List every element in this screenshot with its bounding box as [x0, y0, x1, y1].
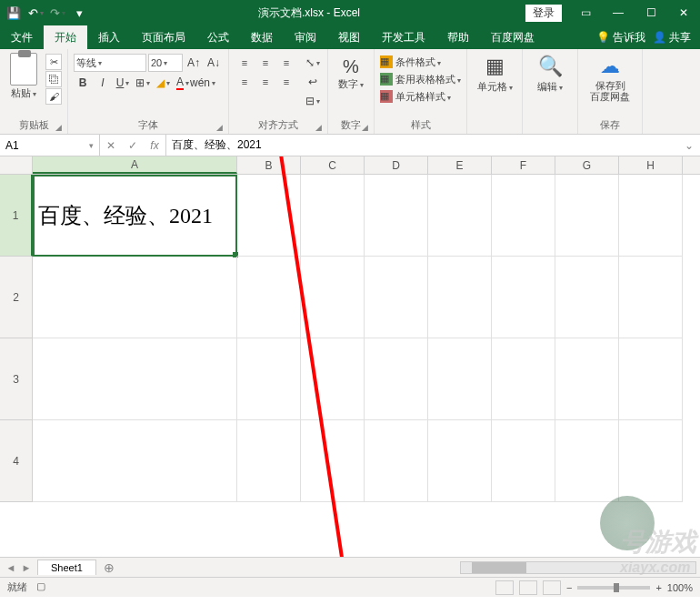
wrap-text-button[interactable]: ↩	[304, 73, 322, 91]
cell[interactable]	[492, 338, 555, 420]
qat-customize-icon[interactable]: ▾	[69, 3, 89, 23]
ribbon-options-icon[interactable]: ▭	[569, 0, 602, 25]
zoom-out-button[interactable]: −	[566, 582, 572, 593]
align-left-button[interactable]: ≡	[235, 73, 255, 91]
align-center-button[interactable]: ≡	[255, 73, 275, 91]
font-color-button[interactable]: A	[174, 74, 192, 92]
underline-button[interactable]: U	[114, 74, 132, 92]
tab-baidu[interactable]: 百度网盘	[480, 25, 545, 49]
cell[interactable]	[301, 338, 365, 420]
add-sheet-button[interactable]: ⊕	[96, 560, 122, 575]
normal-view-button[interactable]	[495, 580, 514, 595]
tab-layout[interactable]: 页面布局	[131, 25, 196, 49]
border-button[interactable]: ⊞	[134, 74, 152, 92]
cell[interactable]	[365, 420, 428, 502]
cell[interactable]	[237, 338, 301, 420]
cell[interactable]	[237, 257, 301, 338]
tab-formula[interactable]: 公式	[196, 25, 240, 49]
fill-color-button[interactable]: ◢	[154, 74, 172, 92]
cell[interactable]	[619, 420, 683, 502]
bold-button[interactable]: B	[74, 74, 92, 92]
cell[interactable]	[555, 420, 619, 502]
column-header-D[interactable]: D	[365, 156, 428, 174]
font-size-select[interactable]: 20	[148, 54, 183, 72]
name-box[interactable]: A1▾	[0, 135, 100, 156]
cell[interactable]	[555, 175, 619, 257]
cut-button[interactable]: ✂	[45, 54, 62, 70]
phonetic-button[interactable]: wén	[194, 74, 212, 92]
cancel-formula-button[interactable]: ✕	[100, 135, 122, 156]
cell[interactable]	[365, 257, 428, 338]
tab-view[interactable]: 视图	[327, 25, 371, 49]
zoom-in-button[interactable]: +	[655, 582, 661, 593]
tab-home[interactable]: 开始	[44, 25, 87, 49]
macro-record-icon[interactable]: ▢	[36, 580, 45, 594]
font-launcher-icon[interactable]: ◢	[216, 123, 223, 132]
row-header-1[interactable]: 1	[0, 175, 33, 257]
tellme-button[interactable]: 💡 告诉我	[596, 30, 645, 45]
align-top-button[interactable]: ≡	[235, 54, 255, 72]
cell[interactable]	[428, 175, 492, 257]
sheet-nav-next-icon[interactable]: ►	[19, 562, 34, 573]
increase-font-button[interactable]: A↑	[185, 54, 203, 72]
tab-insert[interactable]: 插入	[87, 25, 131, 49]
cell[interactable]	[33, 338, 237, 420]
cell[interactable]	[428, 420, 492, 502]
cell[interactable]	[428, 257, 492, 338]
formula-expand-icon[interactable]: ⌄	[678, 139, 700, 152]
maximize-icon[interactable]: ☐	[635, 0, 667, 25]
zoom-level[interactable]: 100%	[667, 582, 693, 593]
save-icon[interactable]: 💾	[4, 3, 24, 23]
horizontal-scrollbar[interactable]	[460, 561, 696, 574]
tab-dev[interactable]: 开发工具	[371, 25, 436, 49]
enter-formula-button[interactable]: ✓	[122, 135, 144, 156]
number-launcher-icon[interactable]: ◢	[362, 123, 368, 132]
italic-button[interactable]: I	[94, 74, 112, 92]
sheet-nav-prev-icon[interactable]: ◄	[4, 562, 18, 573]
save-baidu-button[interactable]: ☁ 保存到 百度网盘	[584, 51, 636, 102]
cell[interactable]	[492, 257, 555, 338]
cell[interactable]	[365, 338, 428, 420]
tab-file[interactable]: 文件	[0, 25, 44, 49]
formula-bar[interactable]: 百度、经验、2021	[166, 135, 678, 156]
cell[interactable]	[555, 338, 619, 420]
cell[interactable]	[492, 175, 555, 257]
cell[interactable]	[365, 175, 428, 257]
editing-button[interactable]: 🔍 编辑	[528, 51, 572, 94]
cell[interactable]	[237, 175, 301, 257]
minimize-icon[interactable]: —	[602, 0, 635, 25]
redo-icon[interactable]: ↷	[47, 3, 67, 23]
column-header-F[interactable]: F	[492, 156, 555, 174]
share-button[interactable]: 👤 共享	[653, 30, 691, 45]
cell[interactable]	[237, 420, 301, 502]
cell[interactable]	[301, 257, 365, 338]
sheet-tab-sheet1[interactable]: Sheet1	[37, 560, 96, 575]
cell[interactable]	[33, 257, 237, 338]
cell[interactable]	[428, 338, 492, 420]
select-all-corner[interactable]	[0, 156, 33, 174]
cell[interactable]	[33, 420, 237, 502]
cell[interactable]	[619, 338, 683, 420]
row-header-4[interactable]: 4	[0, 420, 33, 502]
column-header-G[interactable]: G	[555, 156, 619, 174]
cell[interactable]	[619, 257, 683, 338]
column-header-B[interactable]: B	[237, 156, 301, 174]
column-header-C[interactable]: C	[301, 156, 365, 174]
column-header-H[interactable]: H	[619, 156, 683, 174]
tab-data[interactable]: 数据	[240, 25, 284, 49]
cell[interactable]	[301, 420, 365, 502]
copy-button[interactable]: ⿻	[45, 71, 62, 87]
align-launcher-icon[interactable]: ◢	[315, 123, 322, 132]
zoom-slider[interactable]	[577, 586, 650, 590]
conditional-format-button[interactable]: ▦条件格式	[380, 54, 461, 70]
row-header-2[interactable]: 2	[0, 257, 33, 338]
cell[interactable]	[555, 257, 619, 338]
tab-help[interactable]: 帮助	[436, 25, 480, 49]
column-header-A[interactable]: A	[33, 156, 237, 174]
row-header-3[interactable]: 3	[0, 338, 33, 420]
merge-button[interactable]: ⊟	[304, 92, 322, 110]
decrease-font-button[interactable]: A↓	[205, 54, 223, 72]
table-format-button[interactable]: ▦套用表格格式	[380, 71, 461, 87]
login-button[interactable]: 登录	[525, 5, 562, 22]
align-bottom-button[interactable]: ≡	[276, 54, 296, 72]
